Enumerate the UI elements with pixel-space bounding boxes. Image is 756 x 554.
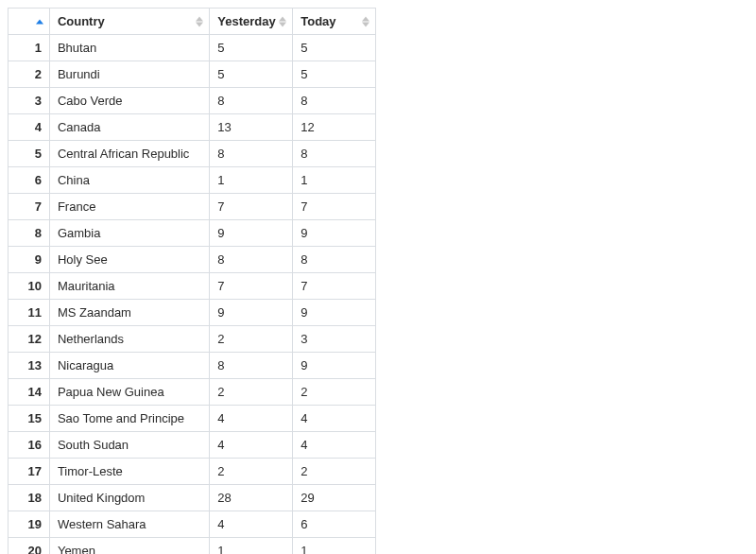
- table-row: 14Papua New Guinea22: [9, 379, 376, 406]
- cell-index: 5: [9, 141, 50, 167]
- cell-country: Papua New Guinea: [49, 379, 209, 406]
- cell-index: 2: [9, 61, 50, 88]
- cell-country: Holy See: [49, 247, 209, 273]
- sort-asc-icon: [36, 19, 43, 24]
- table-row: 2Burundi55: [9, 61, 376, 88]
- cell-today: 5: [293, 35, 376, 61]
- sort-icon: [196, 16, 203, 26]
- cell-index: 3: [9, 88, 50, 114]
- cell-yesterday: 7: [210, 194, 293, 220]
- cell-index: 15: [9, 406, 50, 432]
- header-today-label: Today: [301, 14, 335, 28]
- sort-icon: [279, 16, 286, 26]
- table-body: 1Bhutan552Burundi553Cabo Verde884Canada1…: [9, 35, 376, 555]
- cell-index: 16: [9, 432, 50, 459]
- cell-yesterday: 4: [210, 406, 293, 432]
- cell-index: 17: [9, 459, 50, 485]
- cell-country: South Sudan: [49, 432, 209, 459]
- cell-index: 20: [9, 538, 50, 555]
- cell-country: Nicaragua: [49, 353, 209, 379]
- cell-index: 11: [9, 300, 50, 326]
- table-row: 12Netherlands23: [9, 326, 376, 353]
- cell-today: 9: [293, 300, 376, 326]
- cell-today: 2: [293, 379, 376, 406]
- cell-today: 8: [293, 141, 376, 167]
- cell-yesterday: 9: [210, 300, 293, 326]
- table-row: 7France77: [9, 194, 376, 220]
- header-today[interactable]: Today: [293, 9, 376, 35]
- cell-index: 4: [9, 114, 50, 141]
- table-row: 20Yemen11: [9, 538, 376, 555]
- cell-country: MS Zaandam: [49, 300, 209, 326]
- table-row: 13Nicaragua89: [9, 353, 376, 379]
- cell-country: Canada: [49, 114, 209, 141]
- cell-today: 4: [293, 432, 376, 459]
- cell-yesterday: 8: [210, 141, 293, 167]
- table-row: 19Western Sahara46: [9, 511, 376, 538]
- cell-yesterday: 8: [210, 353, 293, 379]
- header-index[interactable]: [9, 9, 50, 35]
- cell-country: Sao Tome and Principe: [49, 406, 209, 432]
- cell-index: 14: [9, 379, 50, 406]
- table-row: 4Canada1312: [9, 114, 376, 141]
- cell-country: Burundi: [49, 61, 209, 88]
- cell-yesterday: 7: [210, 273, 293, 300]
- cell-index: 8: [9, 220, 50, 247]
- cell-index: 10: [9, 273, 50, 300]
- cell-today: 6: [293, 511, 376, 538]
- cell-country: Cabo Verde: [49, 88, 209, 114]
- cell-yesterday: 5: [210, 61, 293, 88]
- data-table: Country Yesterday Today 1Bhutan552Burund…: [8, 8, 376, 554]
- table-row: 10Mauritania77: [9, 273, 376, 300]
- table-row: 1Bhutan55: [9, 35, 376, 61]
- cell-country: Netherlands: [49, 326, 209, 353]
- cell-today: 8: [293, 88, 376, 114]
- header-country-label: Country: [58, 14, 105, 28]
- cell-yesterday: 4: [210, 511, 293, 538]
- cell-today: 9: [293, 353, 376, 379]
- table-row: 11MS Zaandam99: [9, 300, 376, 326]
- cell-today: 29: [293, 485, 376, 511]
- sort-icon: [362, 16, 369, 26]
- cell-country: Gambia: [49, 220, 209, 247]
- cell-today: 5: [293, 61, 376, 88]
- cell-yesterday: 28: [210, 485, 293, 511]
- table-row: 16South Sudan44: [9, 432, 376, 459]
- cell-yesterday: 2: [210, 326, 293, 353]
- cell-today: 12: [293, 114, 376, 141]
- cell-country: China: [49, 167, 209, 194]
- header-yesterday-label: Yesterday: [217, 14, 275, 28]
- table-row: 18United Kingdom2829: [9, 485, 376, 511]
- cell-yesterday: 1: [210, 167, 293, 194]
- cell-country: Timor-Leste: [49, 459, 209, 485]
- cell-yesterday: 2: [210, 379, 293, 406]
- cell-today: 8: [293, 247, 376, 273]
- cell-today: 1: [293, 538, 376, 555]
- table-row: 15Sao Tome and Principe44: [9, 406, 376, 432]
- cell-today: 1: [293, 167, 376, 194]
- cell-index: 12: [9, 326, 50, 353]
- cell-today: 4: [293, 406, 376, 432]
- cell-country: United Kingdom: [49, 485, 209, 511]
- cell-yesterday: 5: [210, 35, 293, 61]
- cell-country: France: [49, 194, 209, 220]
- table-row: 17Timor-Leste22: [9, 459, 376, 485]
- table-row: 8Gambia99: [9, 220, 376, 247]
- cell-yesterday: 2: [210, 459, 293, 485]
- header-yesterday[interactable]: Yesterday: [210, 9, 293, 35]
- cell-index: 18: [9, 485, 50, 511]
- cell-today: 2: [293, 459, 376, 485]
- cell-country: Bhutan: [49, 35, 209, 61]
- cell-yesterday: 1: [210, 538, 293, 555]
- header-country[interactable]: Country: [49, 9, 209, 35]
- cell-index: 19: [9, 511, 50, 538]
- cell-today: 3: [293, 326, 376, 353]
- cell-yesterday: 8: [210, 247, 293, 273]
- cell-today: 9: [293, 220, 376, 247]
- cell-today: 7: [293, 194, 376, 220]
- cell-index: 6: [9, 167, 50, 194]
- cell-country: Mauritania: [49, 273, 209, 300]
- cell-index: 9: [9, 247, 50, 273]
- cell-index: 1: [9, 35, 50, 61]
- cell-index: 13: [9, 353, 50, 379]
